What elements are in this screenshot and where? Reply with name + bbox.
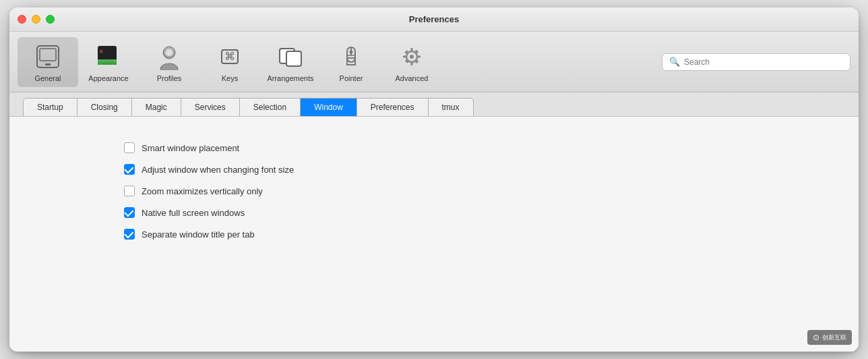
arrangements-icon — [276, 42, 305, 72]
tab-selection[interactable]: Selection — [240, 99, 301, 116]
advanced-icon — [397, 42, 427, 72]
keys-label: Keys — [222, 74, 238, 82]
toolbar-icons: General × Appearance — [18, 37, 662, 87]
checkbox-row-2: Zoom maximizes vertically only — [124, 180, 825, 202]
toolbar: General × Appearance — [9, 32, 859, 92]
general-icon — [33, 42, 63, 72]
toolbar-item-keys[interactable]: ⌘ Keys — [199, 37, 260, 87]
label-separate-title: Separate window title per tab — [142, 229, 255, 240]
tab-window[interactable]: Window — [301, 99, 357, 116]
tab-magic[interactable]: Magic — [132, 99, 181, 116]
search-icon: 🔍 — [669, 57, 680, 67]
pointer-label: Pointer — [340, 74, 363, 82]
traffic-lights — [18, 15, 55, 24]
svg-rect-23 — [411, 62, 413, 65]
checkbox-native-fullscreen[interactable] — [124, 207, 135, 218]
window-title: Preferences — [409, 14, 459, 24]
close-button[interactable] — [18, 15, 26, 24]
toolbar-item-advanced[interactable]: Advanced — [381, 37, 442, 87]
toolbar-item-profiles[interactable]: Profiles — [139, 37, 199, 87]
tab-startup[interactable]: Startup — [24, 99, 78, 116]
watermark-icon: ⊙ — [813, 333, 819, 342]
general-label: General — [34, 74, 61, 82]
maximize-button[interactable] — [46, 15, 55, 24]
label-smart-window: Smart window placement — [142, 143, 239, 153]
svg-rect-22 — [411, 48, 413, 51]
checkbox-separate-title[interactable] — [124, 229, 135, 240]
svg-rect-5 — [98, 62, 117, 65]
svg-rect-25 — [417, 55, 421, 57]
svg-point-19 — [350, 50, 353, 53]
appearance-label: Appearance — [88, 74, 128, 82]
svg-rect-1 — [40, 49, 56, 61]
toolbar-item-pointer[interactable]: Pointer — [321, 37, 381, 87]
tab-preferences[interactable]: Preferences — [357, 99, 429, 116]
svg-text:⌘: ⌘ — [224, 51, 235, 62]
svg-text:×: × — [99, 47, 103, 55]
svg-rect-24 — [403, 55, 406, 57]
profiles-icon — [154, 42, 184, 72]
titlebar: Preferences — [9, 7, 859, 32]
svg-point-21 — [410, 55, 414, 59]
label-native-fullscreen: Native full screen windows — [142, 208, 245, 218]
search-input[interactable] — [684, 57, 843, 67]
keys-icon: ⌘ — [215, 42, 245, 72]
content-area: Smart window placement Adjust window whe… — [9, 117, 859, 352]
appearance-icon: × — [94, 42, 123, 72]
checkbox-zoom-vertical[interactable] — [124, 186, 135, 196]
watermark: ⊙ 创新互联 — [807, 330, 852, 345]
toolbar-item-general[interactable]: General — [18, 37, 78, 87]
svg-rect-14 — [286, 51, 301, 66]
watermark-text: 创新互联 — [822, 333, 846, 342]
checkbox-adjust-window[interactable] — [124, 164, 135, 175]
checkbox-row-1: Adjust window when changing font size — [124, 159, 825, 180]
pointer-icon — [336, 42, 366, 72]
subtab-container: Startup Closing Magic Services Selection… — [23, 98, 474, 116]
svg-rect-2 — [45, 63, 51, 65]
preferences-window: Preferences General — [9, 7, 859, 352]
label-zoom-vertical: Zoom maximizes vertically only — [142, 186, 263, 196]
tab-tmux[interactable]: tmux — [429, 99, 473, 116]
checkbox-smart-window[interactable] — [124, 142, 135, 153]
tab-services[interactable]: Services — [181, 99, 240, 116]
search-box: 🔍 — [662, 53, 850, 71]
checkbox-row-0: Smart window placement — [124, 137, 825, 159]
toolbar-item-appearance[interactable]: × Appearance — [78, 37, 139, 87]
label-adjust-window: Adjust window when changing font size — [142, 165, 294, 175]
svg-point-10 — [166, 49, 173, 56]
profiles-label: Profiles — [157, 74, 182, 82]
minimize-button[interactable] — [32, 15, 40, 24]
tab-closing[interactable]: Closing — [78, 99, 132, 116]
svg-point-9 — [160, 63, 178, 70]
advanced-label: Advanced — [396, 74, 429, 82]
arrangements-label: Arrangements — [267, 74, 313, 82]
subtabs: Startup Closing Magic Services Selection… — [9, 92, 859, 117]
checkbox-row-3: Native full screen windows — [124, 202, 825, 223]
toolbar-item-arrangements[interactable]: Arrangements — [260, 37, 321, 87]
checkbox-row-4: Separate window title per tab — [124, 223, 825, 245]
